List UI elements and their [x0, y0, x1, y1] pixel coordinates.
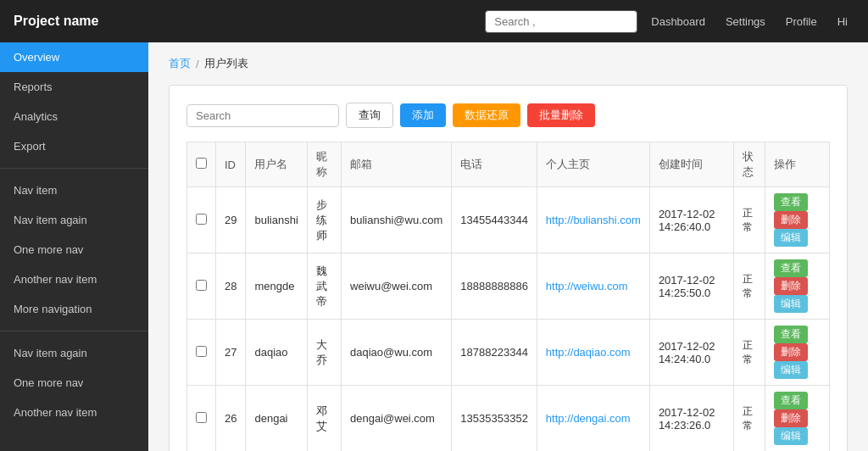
col-phone: 电话	[452, 142, 537, 187]
row-username: dengai	[246, 386, 307, 452]
row-select-checkbox[interactable]	[196, 214, 207, 225]
row-checkbox[interactable]	[187, 320, 216, 386]
homepage-link[interactable]: http://weiwu.com	[546, 280, 628, 292]
sidebar-item-nav-item-again2[interactable]: Nav item again	[0, 338, 148, 368]
layout: Overview Reports Analytics Export Nav it…	[0, 42, 868, 451]
row-homepage[interactable]: http://weiwu.com	[537, 253, 649, 320]
sidebar-item-more-navigation[interactable]: More navigation	[0, 294, 148, 324]
row-created: 2017-12-02 14:25:50.0	[649, 253, 733, 320]
row-created: 2017-12-02 14:24:40.0	[649, 320, 733, 386]
table-row: 26 dengai 邓艾 dengai@wei.com 13535353352 …	[187, 386, 830, 452]
row-status: 正常	[734, 320, 765, 386]
row-username: daqiao	[246, 320, 307, 386]
add-button[interactable]: 添加	[400, 103, 446, 127]
row-nickname: 大乔	[307, 320, 341, 386]
delete-button[interactable]: 删除	[774, 409, 808, 427]
view-button[interactable]: 查看	[774, 259, 808, 277]
view-button[interactable]: 查看	[774, 392, 808, 409]
row-select-checkbox[interactable]	[196, 412, 207, 423]
homepage-link[interactable]: http://daqiao.com	[546, 346, 631, 359]
row-username: bulianshi	[246, 187, 307, 253]
row-status: 正常	[734, 187, 765, 253]
row-homepage[interactable]: http://daqiao.com	[537, 320, 649, 386]
hi-btn[interactable]: Hi	[831, 12, 854, 31]
table-row: 29 bulianshi 步练师 bulianshi@wu.com 134554…	[187, 187, 830, 253]
row-phone: 18788223344	[452, 320, 537, 386]
row-nickname: 邓艾	[307, 386, 341, 452]
delete-button[interactable]: 删除	[774, 211, 808, 229]
breadcrumb-home[interactable]: 首页	[169, 56, 191, 71]
brand-title: Project name	[14, 14, 98, 29]
edit-button[interactable]: 编辑	[774, 427, 808, 445]
row-select-checkbox[interactable]	[196, 346, 207, 357]
sidebar-item-one-more-nav[interactable]: One more nav	[0, 235, 148, 264]
sidebar-divider-2	[0, 331, 148, 331]
sidebar-item-another-nav-item2[interactable]: Another nav item	[0, 398, 148, 427]
status-badge: 正常	[743, 273, 753, 299]
table-row: 27 daqiao 大乔 daqiao@wu.com 18788223344 h…	[187, 320, 830, 386]
profile-btn[interactable]: Profile	[779, 12, 824, 31]
row-created: 2017-12-02 14:23:26.0	[649, 386, 733, 452]
view-button[interactable]: 查看	[774, 326, 808, 343]
view-button[interactable]: 查看	[774, 193, 808, 211]
status-badge: 正常	[743, 405, 753, 432]
delete-button[interactable]: 删除	[774, 343, 808, 361]
restore-button[interactable]: 数据还原	[453, 103, 520, 127]
sidebar-item-overview[interactable]: Overview	[0, 42, 148, 72]
search-button[interactable]: 查询	[346, 103, 393, 128]
select-all-checkbox[interactable]	[196, 158, 207, 169]
sidebar-item-nav-item[interactable]: Nav item	[0, 175, 148, 205]
row-checkbox[interactable]	[187, 386, 216, 452]
edit-button[interactable]: 编辑	[774, 295, 808, 313]
breadcrumb-current: 用户列表	[204, 56, 248, 71]
row-created: 2017-12-02 14:26:40.0	[649, 187, 733, 253]
row-actions: 查看 删除 编辑	[765, 253, 830, 320]
row-id: 28	[216, 253, 246, 320]
col-nickname: 昵称	[307, 142, 341, 187]
sidebar-item-export[interactable]: Export	[0, 131, 148, 161]
col-email: 邮箱	[342, 142, 452, 187]
row-status: 正常	[734, 253, 765, 320]
sidebar-item-one-more-nav2[interactable]: One more nav	[0, 368, 148, 398]
sidebar-divider-1	[0, 168, 148, 169]
row-homepage[interactable]: http://bulianshi.com	[537, 187, 649, 253]
settings-btn[interactable]: Settings	[719, 12, 772, 31]
row-id: 29	[216, 187, 246, 253]
row-actions: 查看 删除 编辑	[765, 386, 830, 452]
row-homepage[interactable]: http://dengai.com	[537, 386, 649, 452]
homepage-link[interactable]: http://dengai.com	[546, 412, 631, 425]
row-nickname: 魏武帝	[307, 253, 341, 320]
row-actions: 查看 删除 编辑	[765, 320, 830, 386]
dashboard-btn[interactable]: Dashboard	[644, 12, 712, 31]
row-checkbox[interactable]	[187, 187, 216, 253]
edit-button[interactable]: 编辑	[774, 361, 808, 379]
row-status: 正常	[734, 386, 765, 452]
row-username: mengde	[246, 253, 307, 320]
edit-button[interactable]: 编辑	[774, 229, 808, 247]
homepage-link[interactable]: http://bulianshi.com	[546, 214, 641, 226]
row-select-checkbox[interactable]	[196, 280, 207, 291]
sidebar: Overview Reports Analytics Export Nav it…	[0, 42, 148, 451]
table-row: 28 mengde 魏武帝 weiwu@wei.com 18888888886 …	[187, 253, 830, 320]
col-homepage: 个人主页	[537, 142, 649, 187]
row-phone: 13455443344	[452, 187, 537, 253]
status-badge: 正常	[743, 339, 753, 365]
col-checkbox	[187, 142, 216, 187]
row-nickname: 步练师	[307, 187, 341, 253]
row-email: dengai@wei.com	[342, 386, 452, 452]
delete-button[interactable]: 删除	[774, 277, 808, 295]
row-email: bulianshi@wu.com	[342, 187, 452, 253]
sidebar-item-nav-item-again[interactable]: Nav item again	[0, 205, 148, 235]
row-checkbox[interactable]	[187, 253, 216, 320]
topbar-search-input[interactable]	[485, 10, 637, 33]
sidebar-item-analytics[interactable]: Analytics	[0, 102, 148, 131]
sidebar-item-reports[interactable]: Reports	[0, 72, 148, 102]
bulk-delete-button[interactable]: 批量删除	[527, 103, 595, 127]
sidebar-item-another-nav-item[interactable]: Another nav item	[0, 264, 148, 294]
row-phone: 18888888886	[452, 253, 537, 320]
topbar-search[interactable]	[485, 10, 637, 33]
col-created: 创建时间	[649, 142, 733, 187]
search-input[interactable]	[186, 104, 339, 127]
col-status: 状态	[734, 142, 765, 187]
topbar: Project name Dashboard Settings Profile …	[0, 0, 868, 42]
